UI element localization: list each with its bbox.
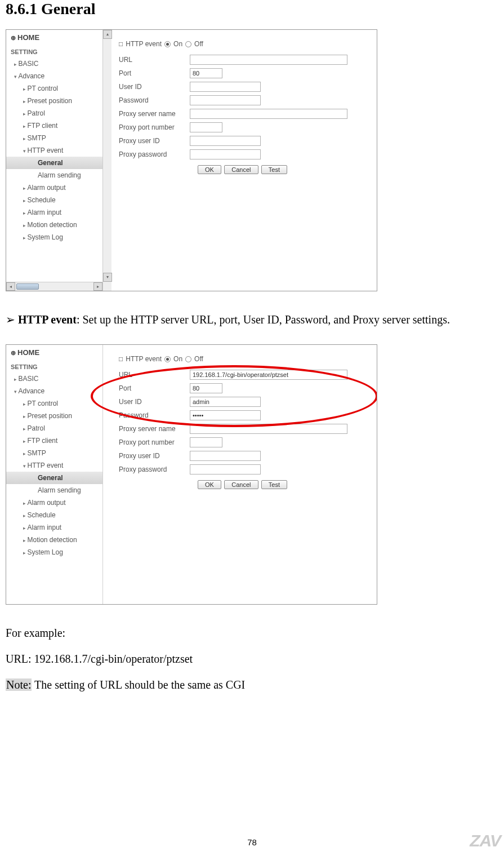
nav-preset-position-2[interactable]: Preset position [6,410,102,422]
cancel-button[interactable]: Cancel [224,165,258,174]
port-input-2[interactable] [190,383,222,393]
content-panel-1: □ HTTP event On Off URL Port User ID Pas… [113,30,377,291]
nav-schedule-2[interactable]: Schedule [6,509,102,521]
nav-alarm-output[interactable]: Alarm output [6,181,102,194]
description-paragraph: ➢ HTTP event: Set up the HTTP server URL… [6,308,498,331]
scroll-down-icon[interactable]: ▾ [103,273,112,282]
userid-label-2: User ID [119,398,190,406]
nav-pt-control[interactable]: PT control [6,82,102,95]
nav-alarm-sending[interactable]: Alarm sending [6,169,102,181]
scroll-left-icon[interactable]: ◂ [6,282,15,291]
title-prefix-2: □ [119,355,123,363]
nav-motion-detection-2[interactable]: Motion detection [6,534,102,546]
for-example-label: For example: [6,622,498,644]
nav-smtp[interactable]: SMTP [6,132,102,144]
port-input[interactable] [190,68,222,78]
nav-system-log[interactable]: System Log [6,231,102,243]
cancel-button-2[interactable]: Cancel [224,480,258,489]
nav-system-log-2[interactable]: System Log [6,546,102,558]
page-number: 78 [0,837,504,847]
proxy-port-input[interactable] [190,122,222,132]
nav-ftp-client-2[interactable]: FTP client [6,434,102,447]
password-input-2[interactable] [190,410,261,420]
screenshot-2: HOME SETTING BASIC Advance PT control Pr… [6,344,377,605]
http-event-toggle-row: □ HTTP event On Off [119,40,371,48]
proxy-user-label-2: Proxy user ID [119,452,190,460]
nav-patrol-2[interactable]: Patrol [6,422,102,434]
nav-smtp-2[interactable]: SMTP [6,447,102,459]
password-label-2: Password [119,411,190,419]
nav-http-event[interactable]: HTTP event [6,144,102,157]
form-title: HTTP event [126,40,162,48]
radio-off[interactable] [185,41,191,47]
sidebar-scroll-h[interactable]: ◂ ▸ [6,282,102,291]
proxy-user-input[interactable] [190,136,261,146]
userid-input[interactable] [190,82,261,92]
password-input[interactable] [190,95,261,105]
on-label-2: On [173,355,182,363]
description-rest: : Set up the HTTP server URL, port, User… [77,313,450,326]
note-rest: The setting of URL should be the same as… [32,678,245,691]
radio-on[interactable] [164,41,171,47]
proxy-pw-input-2[interactable] [190,464,261,474]
port-label-2: Port [119,384,190,392]
scroll-thumb[interactable] [16,283,39,290]
nav-advance-2[interactable]: Advance [6,385,102,397]
sidebar-1: HOME SETTING BASIC Advance PT control Pr… [6,30,103,291]
nav-preset-position[interactable]: Preset position [6,95,102,107]
proxy-name-input[interactable] [190,109,347,119]
home-link[interactable]: HOME [6,30,102,45]
proxy-port-input-2[interactable] [190,437,222,447]
proxy-user-input-2[interactable] [190,451,261,461]
sidebar-scroll-v[interactable]: ▴ ▾ [102,30,111,291]
nav-http-event-2[interactable]: HTTP event [6,459,102,472]
proxy-pw-label-2: Proxy password [119,465,190,473]
nav-basic[interactable]: BASIC [6,57,102,70]
url-input[interactable] [190,55,347,65]
ok-button-2[interactable]: OK [198,480,221,489]
off-label-2: Off [194,355,203,363]
nav-basic-2[interactable]: BASIC [6,372,102,385]
radio-off-2[interactable] [185,356,191,362]
url-label: URL [119,56,190,64]
home-link-2[interactable]: HOME [6,345,102,360]
password-label: Password [119,96,190,104]
section-label: SETTING [6,45,102,57]
scroll-up-icon[interactable]: ▴ [103,30,112,39]
nav-schedule[interactable]: Schedule [6,194,102,206]
bullet-icon: ➢ [6,313,18,326]
url-input-2[interactable] [190,370,347,380]
nav-general-2[interactable]: General [6,472,102,484]
proxy-name-label-2: Proxy server name [119,425,190,433]
note-line: Note: The setting of URL should be the s… [6,673,498,696]
scroll-right-icon[interactable]: ▸ [93,282,102,291]
proxy-user-label: Proxy user ID [119,137,190,145]
nav-ftp-client[interactable]: FTP client [6,119,102,132]
userid-label: User ID [119,83,190,91]
proxy-pw-label: Proxy password [119,150,190,158]
proxy-pw-input[interactable] [190,149,261,159]
nav-patrol[interactable]: Patrol [6,107,102,119]
form-title-2: HTTP event [126,355,162,363]
screenshot-1: HOME SETTING BASIC Advance PT control Pr… [6,29,377,291]
radio-on-2[interactable] [164,356,171,362]
userid-input-2[interactable] [190,397,261,407]
nav-advance[interactable]: Advance [6,70,102,82]
button-row-2: OK Cancel Test [119,480,371,489]
nav-alarm-output-2[interactable]: Alarm output [6,496,102,509]
nav-alarm-sending-2[interactable]: Alarm sending [6,484,102,496]
nav-alarm-input-2[interactable]: Alarm input [6,521,102,534]
test-button-2[interactable]: Test [261,480,287,489]
note-highlight: Note: [6,678,32,691]
sidebar-2: HOME SETTING BASIC Advance PT control Pr… [6,345,103,604]
test-button[interactable]: Test [261,165,287,174]
proxy-name-input-2[interactable] [190,424,347,434]
nav-pt-control-2[interactable]: PT control [6,397,102,410]
section-label-2: SETTING [6,360,102,372]
nav-alarm-input[interactable]: Alarm input [6,206,102,219]
url-example: URL: 192.168.1.7/cgi-bin/operator/ptzset [6,647,498,670]
title-prefix: □ [119,40,123,48]
ok-button[interactable]: OK [198,165,221,174]
nav-motion-detection[interactable]: Motion detection [6,219,102,231]
nav-general[interactable]: General [6,157,102,169]
